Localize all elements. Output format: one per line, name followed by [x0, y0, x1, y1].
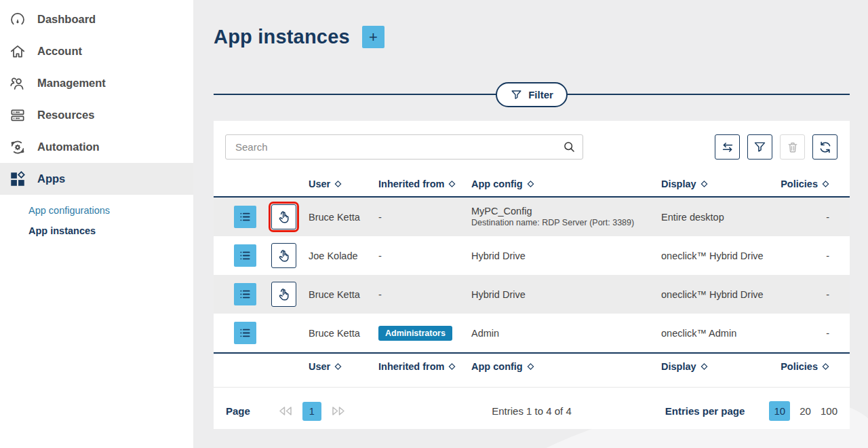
filter-table-button[interactable]	[747, 134, 772, 160]
table-row: Bruce Ketta - Hybrid Drive oneclick™ Hyb…	[214, 275, 850, 314]
users-icon	[9, 75, 26, 92]
table-row: Joe Kolade - Hybrid Drive oneclick™ Hybr…	[214, 236, 850, 275]
filter-button[interactable]: Filter	[496, 82, 568, 107]
click-hand-icon	[277, 287, 291, 301]
list-icon	[238, 326, 252, 340]
search-box	[225, 134, 583, 160]
sidebar-item-automation[interactable]: Automation	[0, 131, 193, 163]
sort-icon[interactable]	[527, 180, 534, 188]
sidebar-subitem-app-configurations[interactable]: App configurations	[0, 200, 193, 221]
row-details-button[interactable]	[234, 322, 256, 344]
gear-sync-icon	[9, 138, 26, 156]
table-row: Bruce Ketta Administrators Admin oneclic…	[214, 314, 850, 352]
pagination-bar: Entries 1 to 4 of 4 Page 1 Entries per p…	[214, 387, 850, 434]
sidebar-item-resources[interactable]: Resources	[0, 99, 193, 131]
row-details-button[interactable]	[234, 206, 256, 228]
table-toolbar	[715, 134, 837, 160]
page-size-20[interactable]: 20	[800, 405, 811, 417]
column-header-policies[interactable]: Policies	[787, 361, 829, 372]
table-row: Bruce Ketta - MyPC_Config Destination na…	[214, 198, 850, 236]
cell-inherited-from: -	[378, 250, 471, 261]
page-size-10[interactable]: 10	[769, 401, 790, 421]
column-header-app-config[interactable]: App config	[471, 361, 661, 372]
cell-policies: -	[787, 289, 829, 300]
column-header-display[interactable]: Display	[661, 179, 787, 189]
home-icon	[9, 43, 26, 60]
cell-display: Entire desktop	[661, 212, 787, 223]
sort-icon[interactable]	[448, 362, 456, 371]
table-header: User Inherited from App config Display P…	[214, 172, 850, 198]
list-icon	[238, 248, 252, 263]
sort-icon[interactable]	[334, 180, 342, 188]
column-header-policies[interactable]: Policies	[787, 179, 829, 189]
row-launch-button[interactable]	[271, 282, 296, 307]
sort-icon[interactable]	[822, 180, 829, 188]
list-icon	[238, 210, 252, 224]
row-details-button[interactable]	[234, 283, 256, 305]
apps-icon	[9, 170, 26, 188]
sort-icon[interactable]	[701, 180, 708, 188]
sidebar-subitem-app-instances[interactable]: App instances	[0, 221, 193, 241]
row-launch-button[interactable]	[271, 243, 296, 268]
cell-inherited-from: Administrators	[378, 326, 471, 341]
cell-user: Bruce Ketta	[309, 289, 378, 300]
funnel-icon	[753, 140, 767, 154]
click-hand-icon	[277, 248, 291, 263]
cell-user: Bruce Ketta	[309, 212, 378, 223]
cell-user: Joe Kolade	[309, 250, 378, 261]
cell-app-config: Admin	[471, 328, 661, 339]
cell-display: oneclick™ Hybrid Drive	[661, 250, 787, 261]
sidebar-item-label: Account	[37, 45, 82, 58]
sort-icon[interactable]	[822, 362, 829, 371]
swap-columns-button[interactable]	[715, 134, 740, 160]
swap-arrows-icon	[720, 140, 735, 155]
sidebar-item-label: Management	[37, 77, 106, 90]
sidebar-item-account[interactable]: Account	[0, 35, 193, 67]
funnel-icon	[510, 88, 523, 101]
cell-policies: -	[787, 212, 829, 223]
page-size-100[interactable]: 100	[821, 405, 837, 417]
search-icon[interactable]	[562, 140, 576, 154]
cell-app-config: Hybrid Drive	[471, 250, 661, 261]
column-header-user[interactable]: User	[309, 179, 378, 189]
cell-display: oneclick™ Admin	[661, 328, 787, 339]
sidebar-item-apps[interactable]: Apps	[0, 163, 193, 195]
column-header-display[interactable]: Display	[661, 361, 787, 372]
table-footer-header: User Inherited from App config Display P…	[214, 352, 850, 379]
sort-icon[interactable]	[334, 362, 342, 371]
cell-display: oneclick™ Hybrid Drive	[661, 289, 787, 300]
cell-app-config: Hybrid Drive	[471, 289, 661, 300]
sort-icon[interactable]	[448, 180, 456, 188]
sidebar-item-label: Dashboard	[37, 13, 96, 26]
cell-policies: -	[787, 328, 829, 339]
row-launch-button[interactable]	[271, 204, 296, 229]
cell-user: Bruce Ketta	[309, 328, 378, 339]
column-header-app-config[interactable]: App config	[471, 179, 661, 189]
page-title: App instances	[214, 26, 350, 48]
cell-app-config: MyPC_Config Destination name: RDP Server…	[471, 205, 661, 228]
delete-button[interactable]	[780, 134, 805, 160]
sidebar-item-label: Apps	[37, 172, 65, 185]
entries-per-page-label: Entries per page	[665, 405, 745, 417]
add-instance-button[interactable]: +	[362, 26, 384, 48]
row-details-button[interactable]	[234, 244, 256, 267]
administrators-badge: Administrators	[378, 326, 452, 341]
column-header-user[interactable]: User	[309, 361, 378, 372]
app-instances-card: User Inherited from App config Display P…	[214, 121, 850, 429]
cell-inherited-from: -	[378, 212, 471, 223]
cell-inherited-from: -	[378, 289, 471, 300]
search-input[interactable]	[225, 134, 583, 160]
column-header-inherited-from[interactable]: Inherited from	[378, 179, 471, 189]
sort-icon[interactable]	[527, 362, 534, 371]
refresh-icon	[818, 140, 833, 155]
cell-policies: -	[787, 250, 829, 261]
gauge-icon	[9, 11, 26, 29]
sidebar: Dashboard Account Management Resources	[0, 0, 193, 448]
sort-icon[interactable]	[701, 362, 708, 371]
sidebar-item-label: Automation	[37, 141, 100, 153]
column-header-inherited-from[interactable]: Inherited from	[378, 361, 471, 372]
sidebar-item-management[interactable]: Management	[0, 67, 193, 99]
refresh-button[interactable]	[812, 134, 837, 160]
sidebar-item-dashboard[interactable]: Dashboard	[0, 3, 193, 35]
server-icon	[9, 107, 26, 124]
